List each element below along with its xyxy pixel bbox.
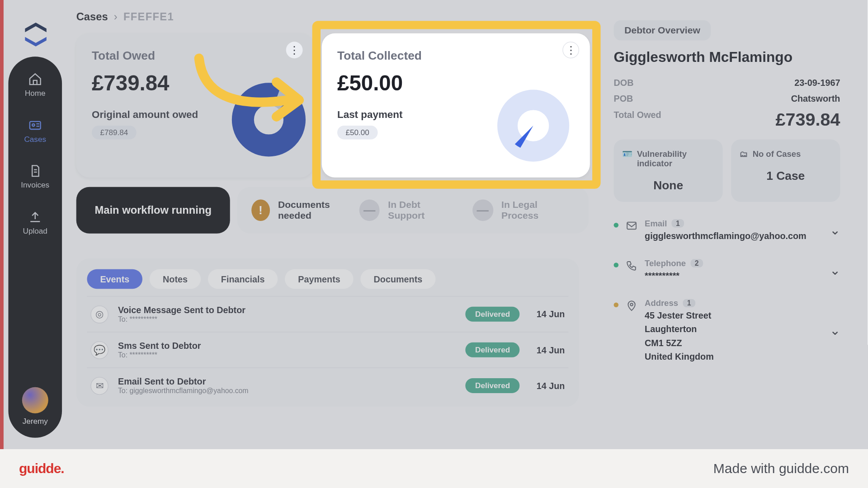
tel-count: 2 — [691, 259, 703, 267]
dob-label: DOB — [614, 77, 634, 87]
accent-edge — [0, 0, 4, 450]
user-name: Jeremy — [23, 417, 48, 426]
email-icon: ✉ — [90, 377, 108, 395]
guidde-logo: guidde. — [19, 461, 64, 476]
address-label: Address — [645, 298, 678, 308]
chevron-down-icon[interactable]: ⌄ — [830, 222, 840, 238]
breadcrumb: Cases › FFEFFE1 — [76, 11, 174, 23]
svg-rect-5 — [627, 222, 636, 229]
svg-point-1 — [32, 124, 34, 126]
cases-label: No of Cases — [753, 149, 801, 159]
tabs: Events Notes Financials Payments Documen… — [87, 269, 568, 289]
card-menu-button[interactable]: ⋮ — [562, 42, 579, 58]
breadcrumb-root[interactable]: Cases — [76, 11, 108, 23]
tel-value: ********** — [645, 269, 822, 282]
sidebar-item-label: Upload — [23, 226, 47, 235]
section-chip: Debtor Overview — [614, 20, 711, 41]
card-title: Total Owed — [92, 49, 298, 62]
status-badge: Delivered — [466, 343, 519, 357]
address-line: CM1 5ZZ — [645, 337, 822, 349]
status-label: In Legal Process — [501, 200, 574, 221]
event-row[interactable]: ✉ Email Sent to Debtor To: gigglesworthm… — [87, 367, 568, 403]
email-value: gigglesworthmcflamingo@yahoo.com — [645, 229, 822, 242]
tab-documents[interactable]: Documents — [361, 269, 436, 289]
event-date: 14 Jun — [529, 345, 565, 355]
sidebar-item-label: Invoices — [21, 180, 49, 189]
sidebar-item-label: Cases — [24, 135, 46, 144]
dash-icon: — — [472, 200, 493, 221]
upload-icon — [28, 210, 42, 224]
event-title: Sms Sent to Debtor — [118, 341, 456, 351]
email-count: 1 — [672, 219, 684, 227]
mail-icon — [626, 220, 637, 231]
tab-financials[interactable]: Financials — [208, 269, 278, 289]
tab-notes[interactable]: Notes — [150, 269, 201, 289]
sidebar-item-home[interactable]: Home — [25, 69, 46, 101]
warning-icon: ! — [251, 200, 269, 221]
sidebar-item-upload[interactable]: Upload — [23, 206, 47, 239]
status-dot — [614, 303, 619, 308]
debtor-name: Gigglesworth McFlamingo — [614, 49, 840, 66]
invoices-icon — [28, 164, 42, 178]
avatar — [22, 387, 48, 413]
address-line: 45 Jester Street — [645, 309, 822, 322]
activity-panel: Events Notes Financials Payments Documen… — [76, 258, 579, 407]
home-icon — [28, 72, 42, 86]
owed-value: £739.84 — [775, 110, 840, 130]
vulnerability-card[interactable]: 🪪Vulnerability indicator None — [614, 139, 723, 202]
event-subtext: To: ********** — [118, 351, 456, 359]
app-logo — [19, 18, 52, 52]
contact-address[interactable]: Address1 45 Jester Street Laughterton CM… — [614, 298, 840, 362]
guidde-attribution: Made with guidde.com — [713, 461, 849, 476]
sidebar-item-cases[interactable]: Cases — [24, 114, 46, 147]
status-badge: Delivered — [466, 378, 519, 393]
user-menu[interactable]: Jeremy — [22, 387, 48, 426]
tab-payments[interactable]: Payments — [285, 269, 353, 289]
last-payment-value: £50.00 — [337, 126, 377, 139]
cases-icon — [28, 118, 42, 132]
original-amount-value: £789.84 — [92, 126, 137, 139]
event-title: Voice Message Sent to Debtor — [118, 305, 456, 315]
folder-icon: 🗂 — [740, 149, 748, 159]
status-legal-process[interactable]: — In Legal Process — [472, 200, 575, 221]
sidebar: Home Cases Invoices Upload Jeremy — [8, 56, 62, 438]
event-row[interactable]: ◎ Voice Message Sent to Debtor To: *****… — [87, 296, 568, 332]
sidebar-item-invoices[interactable]: Invoices — [21, 160, 49, 193]
sidebar-item-label: Home — [25, 89, 46, 98]
event-date: 14 Jun — [529, 309, 565, 319]
address-line: United Kingdom — [645, 350, 822, 363]
phone-icon — [626, 260, 637, 272]
collected-donut-chart — [495, 87, 572, 164]
card-title: Total Collected — [337, 49, 575, 62]
event-subtext: To: ********** — [118, 315, 456, 323]
shield-icon: 🪪 — [622, 149, 632, 159]
contact-email[interactable]: Email1 gigglesworthmcflamingo@yahoo.com … — [614, 219, 840, 242]
dob-value: 23-09-1967 — [794, 77, 840, 87]
location-icon — [626, 300, 637, 311]
workflow-status[interactable]: Main workflow running — [76, 187, 230, 234]
pob-label: POB — [614, 94, 633, 103]
chevron-down-icon[interactable]: ⌄ — [830, 323, 840, 338]
address-line: Laughterton — [645, 323, 822, 335]
chevron-right-icon: › — [114, 11, 118, 23]
cases-card[interactable]: 🗂No of Cases 1 Case — [731, 139, 840, 202]
tel-label: Telephone — [645, 258, 686, 268]
card-menu-button[interactable]: ⋮ — [286, 42, 303, 58]
svg-rect-0 — [30, 122, 41, 129]
sms-icon: 💬 — [90, 341, 108, 359]
event-title: Email Sent to Debtor — [118, 376, 456, 386]
status-debt-support[interactable]: — In Debt Support — [359, 200, 457, 221]
tab-events[interactable]: Events — [87, 269, 142, 289]
dash-icon: — — [359, 200, 380, 221]
owed-donut-chart — [230, 81, 307, 158]
event-row[interactable]: 💬 Sms Sent to Debtor To: ********** Deli… — [87, 332, 568, 367]
debtor-panel: Debtor Overview Gigglesworth McFlamingo … — [614, 20, 840, 363]
status-label: Documents needed — [278, 200, 344, 221]
chevron-down-icon[interactable]: ⌄ — [830, 263, 840, 278]
vulnerability-label: Vulnerability indicator — [637, 149, 714, 168]
contact-telephone[interactable]: Telephone2 ********** ⌄ — [614, 258, 840, 282]
status-documents-needed[interactable]: ! Documents needed — [251, 200, 344, 221]
event-subtext: To: gigglesworthmcflamingo@yahoo.com — [118, 386, 456, 394]
status-bar: ! Documents needed — In Debt Support — I… — [237, 187, 589, 234]
card-total-collected: ⋮ Total Collected £50.00 Last payment £5… — [322, 33, 590, 178]
